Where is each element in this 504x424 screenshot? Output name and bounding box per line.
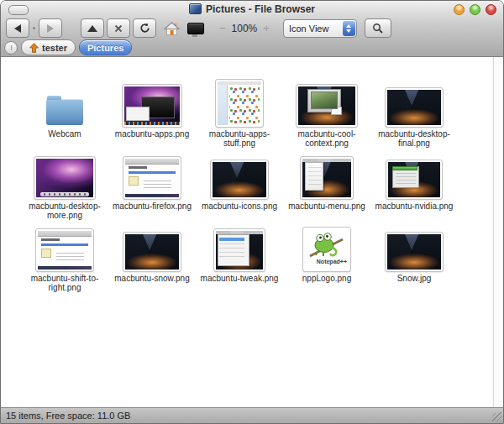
file-item-macbuntu-desktop-final[interactable]: macbuntu-desktop-final.png bbox=[370, 79, 458, 151]
window-chrome: Pictures - File Browser bbox=[1, 1, 503, 57]
scrollbar-track[interactable] bbox=[493, 57, 503, 408]
file-name: Snow.jpg bbox=[397, 274, 432, 283]
file-item-macbuntu-tweak[interactable]: macbuntu-tweak.png bbox=[196, 223, 283, 296]
folder-icon bbox=[46, 99, 83, 125]
file-item-macbuntu-apps-stuff[interactable]: macbuntu-apps-stuff.png bbox=[196, 79, 283, 151]
file-thumbnail bbox=[211, 160, 268, 199]
file-name: macbuntu-apps-stuff.png bbox=[198, 129, 281, 148]
file-name: macbuntu-cool-context.png bbox=[286, 129, 368, 148]
pathbar-menu-button[interactable] bbox=[4, 41, 18, 55]
file-thumbnail: Notepad++ bbox=[303, 228, 350, 271]
window-title-group: Pictures - File Browser bbox=[1, 1, 503, 17]
status-text: 15 items, Free space: 11.0 GB bbox=[1, 411, 130, 421]
file-name: macbuntu-nvidia.png bbox=[375, 202, 454, 211]
home-up-arrow-icon bbox=[29, 43, 39, 53]
window-icon bbox=[189, 3, 202, 14]
back-arrow-icon bbox=[14, 24, 21, 33]
zoom-in-button[interactable]: + bbox=[261, 22, 271, 34]
close-button[interactable] bbox=[486, 4, 496, 15]
file-item-macbuntu-apps[interactable]: macbuntu-apps.png bbox=[108, 79, 196, 151]
file-item-macbuntu-cool-context[interactable]: macbuntu-cool-context.png bbox=[283, 79, 370, 151]
breadcrumb-label: Pictures bbox=[87, 43, 123, 53]
home-button[interactable] bbox=[163, 19, 181, 38]
file-item-macbuntu-menu[interactable]: macbuntu-menu.png bbox=[283, 151, 370, 223]
file-name: macbuntu-snow.png bbox=[114, 274, 190, 283]
toolbar: − 100% + Icon View bbox=[1, 17, 503, 39]
minimize-button[interactable] bbox=[454, 4, 465, 15]
pathbar: tester Pictures bbox=[1, 39, 503, 55]
file-item-macbuntu-firefox[interactable]: macbuntu-firefox.png bbox=[108, 151, 196, 223]
magnifier-icon bbox=[372, 23, 383, 34]
zoom-level: 100% bbox=[232, 23, 258, 34]
file-item-macbuntu-desktop-more[interactable]: macbuntu-desktop-more.png bbox=[21, 151, 108, 223]
file-item-macbuntu-nvidia[interactable]: macbuntu-nvidia.png bbox=[370, 151, 458, 223]
file-thumbnail bbox=[297, 85, 357, 127]
x-icon bbox=[114, 24, 123, 33]
file-thumbnail bbox=[34, 157, 95, 199]
file-thumbnail bbox=[123, 85, 181, 127]
file-item-npplogo[interactable]: Notepad++ nppLogo.png bbox=[283, 223, 370, 296]
statusbar: 15 items, Free space: 11.0 GB bbox=[1, 407, 503, 423]
file-thumbnail bbox=[123, 233, 181, 271]
home-house-icon bbox=[163, 21, 181, 36]
file-browser-window: Pictures - File Browser bbox=[0, 0, 504, 424]
file-name: macbuntu-icons.png bbox=[202, 202, 277, 211]
window-title: Pictures - File Browser bbox=[206, 3, 315, 15]
file-thumbnail bbox=[301, 157, 353, 199]
up-arrow-icon bbox=[87, 25, 97, 32]
zoom-out-button[interactable]: − bbox=[218, 22, 228, 34]
file-item-snow-jpg[interactable]: Snow.jpg bbox=[370, 223, 458, 296]
maximize-button[interactable] bbox=[470, 4, 480, 15]
window-controls bbox=[454, 4, 496, 15]
chameleon-icon bbox=[307, 231, 345, 259]
breadcrumb-home-tester[interactable]: tester bbox=[21, 39, 76, 55]
refresh-icon bbox=[139, 23, 150, 34]
file-thumbnail bbox=[386, 88, 443, 127]
file-name: macbuntu-shift-to-right.png bbox=[24, 274, 106, 292]
file-thumbnail bbox=[216, 80, 263, 127]
file-view: Webcam macbuntu-apps.png macbuntu-apps-s… bbox=[1, 57, 503, 408]
file-item-macbuntu-snow[interactable]: macbuntu-snow.png bbox=[108, 223, 196, 296]
file-name: macbuntu-desktop-final.png bbox=[373, 129, 455, 148]
file-name: macbuntu-apps.png bbox=[115, 129, 189, 139]
file-item-macbuntu-icons[interactable]: macbuntu-icons.png bbox=[196, 151, 283, 223]
file-name: macbuntu-firefox.png bbox=[113, 202, 192, 211]
breadcrumb-label: tester bbox=[42, 43, 67, 53]
up-button[interactable] bbox=[81, 18, 104, 38]
toolbar-toggle-button[interactable] bbox=[8, 5, 29, 15]
reload-button[interactable] bbox=[133, 18, 156, 38]
history-dot bbox=[33, 27, 35, 29]
resize-grip-icon[interactable] bbox=[492, 412, 502, 422]
titlebar[interactable]: Pictures - File Browser bbox=[1, 1, 503, 17]
stepper-icon bbox=[343, 21, 355, 36]
file-thumbnail bbox=[386, 233, 443, 271]
desktop-monitor-icon bbox=[187, 23, 204, 34]
file-name: macbuntu-menu.png bbox=[288, 202, 365, 211]
back-button[interactable] bbox=[6, 18, 29, 38]
file-thumbnail bbox=[123, 157, 181, 199]
notepad-logo-text: Notepad++ bbox=[317, 259, 347, 264]
file-item-macbuntu-shift-to-right[interactable]: macbuntu-shift-to-right.png bbox=[21, 223, 108, 296]
file-item-webcam[interactable]: Webcam bbox=[21, 79, 108, 151]
view-mode-value: Icon View bbox=[284, 24, 343, 34]
file-thumbnail bbox=[214, 229, 265, 271]
view-mode-select[interactable]: Icon View bbox=[283, 19, 357, 38]
stop-button[interactable] bbox=[107, 18, 130, 38]
file-thumbnail bbox=[36, 229, 93, 271]
forward-button[interactable] bbox=[39, 18, 62, 38]
forward-arrow-icon bbox=[47, 24, 54, 33]
file-thumbnail bbox=[386, 160, 442, 199]
file-name: macbuntu-tweak.png bbox=[201, 274, 279, 283]
file-name: nppLogo.png bbox=[302, 274, 351, 283]
file-name: macbuntu-desktop-more.png bbox=[24, 202, 106, 220]
desktop-button[interactable] bbox=[187, 19, 204, 38]
file-name: Webcam bbox=[48, 129, 81, 139]
search-button[interactable] bbox=[365, 18, 391, 38]
breadcrumb-pictures[interactable]: Pictures bbox=[79, 39, 132, 55]
icon-grid: Webcam macbuntu-apps.png macbuntu-apps-s… bbox=[1, 57, 503, 296]
